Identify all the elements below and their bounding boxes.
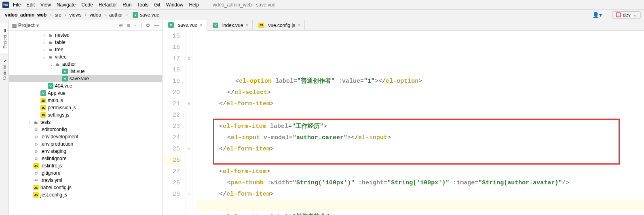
tree-node-.eslintignore[interactable]: ›.eslintignore <box>9 155 162 162</box>
menu-file[interactable]: File <box>13 2 21 8</box>
editor[interactable]: 151617181920212223242526272829 ⊟⊟⊟⊟ <el-… <box>163 31 644 215</box>
fold-marker[interactable] <box>186 87 192 98</box>
fold-marker[interactable]: ⊟ <box>186 189 192 200</box>
tree-node-404.vue[interactable]: ›404.vue <box>9 82 162 90</box>
tab-index.vue[interactable]: index.vue× <box>207 20 253 30</box>
tree-node-author[interactable]: ⌄🖿author <box>9 61 162 68</box>
user-icon[interactable]: 👤▾ <box>592 12 602 18</box>
tree-node-babel.config.js[interactable]: ›babel.config.js <box>9 184 162 191</box>
window-title: video_admin_web - save.vue <box>213 2 275 8</box>
gear-icon[interactable]: ✿ <box>146 23 150 28</box>
menu-view[interactable]: View <box>40 2 51 8</box>
tree-node-.gitignore[interactable]: ›.gitignore <box>9 169 162 177</box>
tree-node-label: .editorconfig <box>40 127 67 132</box>
tree-node-nested[interactable]: ›🖿nested <box>9 31 162 39</box>
breadcrumb-video[interactable]: video <box>88 12 103 18</box>
menu-git[interactable]: Git <box>154 2 160 8</box>
close-icon[interactable]: × <box>298 23 300 28</box>
fold-marker[interactable] <box>186 110 192 121</box>
menu-edit[interactable]: Edit <box>26 2 35 8</box>
tree-node-permission.js[interactable]: ›permission.js <box>9 104 162 111</box>
tree-node-list.vue[interactable]: ›list.vue <box>9 68 162 75</box>
tree-node-.eslintrc.js[interactable]: ›.eslintrc.js <box>9 162 162 169</box>
code-line[interactable] <box>195 155 644 166</box>
tree-node-table[interactable]: ›🖿table <box>9 39 162 46</box>
tab-save.vue[interactable]: save.vue× <box>163 20 207 31</box>
close-icon[interactable]: × <box>200 22 203 28</box>
breadcrumb-video_admin_web[interactable]: video_admin_web <box>3 12 48 18</box>
breadcrumb-separator <box>125 12 129 18</box>
breadcrumb-views[interactable]: views <box>68 12 83 18</box>
hide-icon[interactable]: — <box>154 23 159 28</box>
menu-navigate[interactable]: Navigate <box>57 2 76 8</box>
code-line[interactable]: <pan-thumb :width="String('100px')" :hei… <box>195 177 644 189</box>
code-line[interactable]: <el-input v-model="author.career"></el-i… <box>195 132 644 144</box>
tree-node-.env.development[interactable]: ›.env.development <box>9 133 162 140</box>
tree-arrow-icon[interactable]: ⌄ <box>49 62 53 67</box>
fold-marker[interactable]: ⊟ <box>186 98 192 110</box>
code-line[interactable]: </el-form-item> <box>195 189 644 200</box>
code-line[interactable] <box>195 200 644 211</box>
tree-node-main.js[interactable]: ›main.js <box>9 97 162 104</box>
fold-marker[interactable] <box>186 65 192 76</box>
close-icon[interactable]: × <box>245 23 248 28</box>
tree-node-.env.production[interactable]: ›.env.production <box>9 140 162 148</box>
tree-node-video[interactable]: ⌄🖿video <box>9 53 162 61</box>
tree-node-.env.staging[interactable]: ›.env.staging <box>9 148 162 155</box>
menu-window[interactable]: Window <box>166 2 184 8</box>
breadcrumb-save.vue[interactable]: save.vue <box>129 12 161 18</box>
tree-arrow-icon[interactable]: › <box>42 40 46 45</box>
menu-code[interactable]: Code <box>81 2 93 8</box>
tree-node-save.vue[interactable]: ›save.vue <box>9 75 162 82</box>
tree-node-.editorconfig[interactable]: ›.editorconfig <box>9 126 162 133</box>
fold-marker[interactable] <box>186 132 192 144</box>
tree-node-.travis.yml[interactable]: ›.travis.yml <box>9 177 162 184</box>
code-line[interactable]: <el-form-item label="工作经历"> <box>195 121 644 132</box>
tree-node-tree[interactable]: ›🖿tree <box>9 46 162 53</box>
run-config-label: dev <box>623 12 631 18</box>
code-line[interactable]: <el-form-item> <box>195 166 644 177</box>
tab-label: index.vue <box>222 23 243 28</box>
run-config-dropdown[interactable]: dev ⌄ <box>612 11 641 19</box>
folder-icon: 🖿 <box>48 40 53 45</box>
collapse-icon[interactable]: ÷ <box>134 23 137 28</box>
breadcrumb-src[interactable]: src <box>53 12 63 18</box>
locate-icon[interactable]: ⊕ <box>119 23 123 28</box>
tree-arrow-icon[interactable]: › <box>27 120 32 125</box>
menu-refactor[interactable]: Refactor <box>99 2 117 8</box>
tree-node-tests[interactable]: ›🖿tests <box>9 119 162 126</box>
menu-run[interactable]: Run <box>122 2 131 8</box>
tab-vue.config.js[interactable]: vue.config.js× <box>253 20 305 30</box>
tree-node-jest.config.js[interactable]: ›jest.config.js <box>9 191 162 198</box>
fold-marker[interactable] <box>186 42 192 53</box>
fold-marker[interactable] <box>186 76 192 87</box>
project-tree[interactable]: ›🖿nested›🖿table›🖿tree⌄🖿video⌄🖿author›lis… <box>9 31 162 215</box>
breadcrumb-author[interactable]: author <box>108 12 125 18</box>
fold-marker[interactable] <box>186 166 192 177</box>
tree-arrow-icon[interactable]: › <box>42 33 46 38</box>
fold-column[interactable]: ⊟⊟⊟⊟ <box>186 31 192 215</box>
code-area[interactable]: <el-option label="普通创作者" :value="1"></el… <box>192 31 644 215</box>
code-line[interactable]: </el-form-item> <box>195 144 644 155</box>
fold-marker[interactable] <box>186 121 192 132</box>
code-line[interactable]: </el-select> <box>195 87 644 98</box>
tree-node-App.vue[interactable]: ›App.vue <box>9 90 162 97</box>
code-line[interactable] <box>195 110 644 121</box>
tree-arrow-icon[interactable]: › <box>42 48 46 52</box>
menu-help[interactable]: Help <box>189 2 199 8</box>
tool-tab-commit[interactable]: Commit ✔ <box>1 53 8 85</box>
fold-marker[interactable]: ⊟ <box>186 144 192 155</box>
menu-tools[interactable]: Tools <box>137 2 148 8</box>
tool-tab-project[interactable]: Project ▮ <box>0 23 8 53</box>
fold-marker[interactable] <box>186 31 192 42</box>
code-line[interactable]: </el-form-item> <box>195 98 644 110</box>
tree-node-settings.js[interactable]: ›settings.js <box>9 111 162 119</box>
tree-arrow-icon[interactable]: ⌄ <box>42 55 46 59</box>
project-pane-title[interactable]: ▤ Project ▾ <box>12 23 39 28</box>
code-line[interactable]: <el-option label="普通创作者" :value="1"></el… <box>195 76 644 87</box>
fold-marker[interactable] <box>186 155 192 166</box>
fold-marker[interactable]: ⊟ <box>186 53 192 65</box>
code-line[interactable]: <el-form-item label="创作者简介"> <box>195 211 644 215</box>
expand-icon[interactable]: ≡ <box>127 23 130 28</box>
fold-marker[interactable] <box>186 177 192 189</box>
